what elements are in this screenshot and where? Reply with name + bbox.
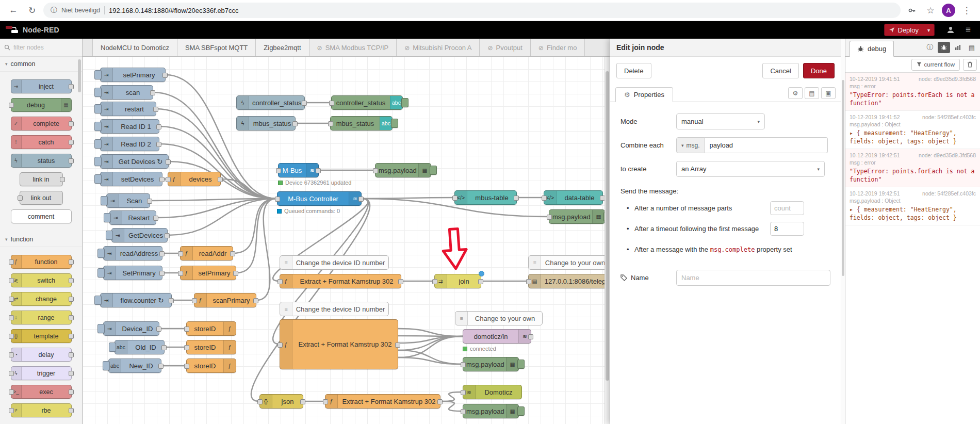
- appearance-icon[interactable]: ▣: [821, 87, 836, 99]
- port-in[interactable]: [461, 409, 466, 414]
- flow-tab-zigbee2mqtt[interactable]: Zigbee2mqtt: [255, 39, 309, 56]
- port-out[interactable]: [395, 343, 400, 348]
- inject-button[interactable]: [94, 122, 102, 131]
- flow-node-read-id-1[interactable]: ⇥Read ID 1: [100, 119, 159, 134]
- port-out[interactable]: [233, 271, 238, 276]
- palette-node-change[interactable]: ⇄change: [11, 292, 72, 306]
- port-in[interactable]: [277, 343, 283, 348]
- bookmark-star-icon[interactable]: ☆: [923, 3, 938, 18]
- palette-node-status[interactable]: ϟstatus: [11, 154, 72, 168]
- port-in[interactable]: [373, 168, 378, 173]
- palette-node-link-in[interactable]: link in: [20, 172, 63, 186]
- palette-node-link-out[interactable]: link out: [20, 191, 63, 205]
- port-out[interactable]: [398, 279, 403, 284]
- palette-node-trigger[interactable]: ϟtrigger: [11, 366, 72, 380]
- port-out[interactable]: [156, 327, 161, 332]
- port-in[interactable]: [184, 364, 189, 369]
- port-out[interactable]: [150, 90, 155, 95]
- port-in[interactable]: [452, 195, 458, 201]
- cancel-button[interactable]: Cancel: [762, 63, 798, 78]
- timeout-input[interactable]: [770, 222, 804, 236]
- flow-tab-sma-sbfspot-mqtt[interactable]: SMA SBFspot MQTT: [177, 39, 256, 56]
- flow-node-read-id-2[interactable]: ⇥Read ID 2: [100, 137, 159, 151]
- inject-button[interactable]: [101, 196, 108, 205]
- palette-search[interactable]: [0, 39, 82, 57]
- debug-message[interactable]: 10-12-2019 19:42:51node: d9ed35d9.3fd568…: [845, 149, 980, 187]
- msg-type-button[interactable]: ▾ msg.: [676, 137, 705, 153]
- debug-message[interactable]: 10-12-2019 19:42:51node: 54f285ef.c403fc…: [845, 187, 980, 225]
- flow-node-setdevices[interactable]: ⇥setDevices: [100, 172, 162, 186]
- clear-debug-button[interactable]: [963, 59, 977, 71]
- inject-button[interactable]: [94, 139, 102, 149]
- port-in[interactable]: [257, 399, 263, 404]
- flow-node-m-bus[interactable]: M-Bus≋: [278, 163, 319, 177]
- port-out[interactable]: [528, 334, 533, 339]
- flow-node-extract-format-kamstrup-302[interactable]: ƒExtract + Format Kamstrup 302: [325, 394, 440, 409]
- port-out[interactable]: [300, 399, 305, 404]
- flow-node-mbus-table[interactable]: </>mbus-table: [454, 190, 517, 205]
- flow-node-controller-status[interactable]: controller_statusabc: [331, 95, 403, 110]
- refresh-icon[interactable]: ↻: [25, 3, 39, 18]
- palette-search-input[interactable]: [13, 44, 70, 51]
- debug-toggle-button[interactable]: [517, 360, 525, 369]
- port-out[interactable]: [165, 233, 170, 238]
- flow-node-restart[interactable]: ⇥restart: [100, 102, 156, 116]
- flow-node-msg-payload[interactable]: msg.payload▦: [549, 209, 605, 224]
- flow-node-extract-format-kamstrup-302[interactable]: ƒExtract + Format Kamstrup 302: [280, 274, 401, 288]
- mode-select[interactable]: manual ▾: [676, 113, 765, 129]
- port-out[interactable]: [166, 159, 171, 165]
- palette-node-inject[interactable]: ⇥inject: [11, 79, 72, 93]
- user-icon[interactable]: [944, 23, 957, 37]
- flow-node-change-to-your-own[interactable]: ≡Change to your own: [528, 255, 610, 270]
- palette-node-complete[interactable]: ✓complete: [11, 117, 72, 131]
- palette-scrollbar[interactable]: [78, 59, 81, 92]
- debug-filter-button[interactable]: current flow: [911, 59, 960, 71]
- debug-toggle-button[interactable]: [430, 166, 437, 175]
- flow-node-mbus-status[interactable]: ϟmbus_status: [236, 116, 296, 131]
- flow-node-setprimary[interactable]: ⇥setPrimary: [100, 68, 166, 82]
- flow-node-join[interactable]: ⇉join: [434, 274, 481, 288]
- count-input[interactable]: [770, 201, 804, 215]
- port-out[interactable]: [316, 168, 321, 173]
- name-input[interactable]: [676, 270, 830, 286]
- inject-button[interactable]: [94, 70, 102, 79]
- inject-button[interactable]: [109, 343, 116, 352]
- flow-node-data-table[interactable]: </>data-table: [544, 190, 603, 205]
- inject-button[interactable]: [94, 296, 102, 305]
- flow-node-127-0-0-1-8086-teleg[interactable]: ▤127.0.0.1:8086/teleg: [528, 274, 610, 288]
- port-out[interactable]: [514, 195, 519, 201]
- flow-node-devices[interactable]: ƒdevices: [168, 172, 221, 186]
- inject-button[interactable]: [94, 88, 102, 97]
- port-out[interactable]: [162, 73, 168, 78]
- flow-tab-nodemcu-to-domoticz[interactable]: NodeMCU to Domoticz: [92, 39, 177, 56]
- inject-button[interactable]: [94, 157, 102, 166]
- flow-node-m-bus-controller[interactable]: M-Bus Controller≋: [277, 191, 362, 206]
- flow-node-change-the-device-id-number[interactable]: ≡Change the device ID number: [280, 255, 389, 270]
- port-out[interactable]: [147, 199, 152, 204]
- flow-node-change-the-device-id-number[interactable]: ≡Change the device ID number: [280, 302, 389, 316]
- palette-node-delay[interactable]: ◔delay: [11, 348, 72, 362]
- palette-node-debug[interactable]: debug▦: [11, 98, 72, 112]
- flow-node-domoticz[interactable]: ≋Domoticz: [463, 385, 522, 399]
- port-out[interactable]: [218, 177, 223, 182]
- debug-tab-icon[interactable]: [938, 42, 950, 53]
- flow-node-msg-payload[interactable]: msg.payload▦: [463, 404, 519, 418]
- port-in[interactable]: [526, 279, 531, 284]
- port-in[interactable]: [542, 195, 547, 201]
- palette-node-comment[interactable]: comment: [11, 209, 72, 223]
- debug-toggle-button[interactable]: [401, 98, 409, 107]
- port-out[interactable]: [156, 124, 161, 129]
- flow-node-domoticz-in[interactable]: domoticz/in≋: [463, 329, 531, 344]
- palette-node-range[interactable]: ↕range: [11, 311, 72, 324]
- port-in[interactable]: [461, 390, 466, 395]
- port-out[interactable]: [358, 197, 364, 202]
- tab-debug[interactable]: debug: [850, 41, 894, 57]
- port-out[interactable]: [302, 101, 307, 106]
- port-in[interactable]: [184, 327, 189, 332]
- port-out[interactable]: [153, 107, 158, 112]
- canvas-scrollbar[interactable]: [605, 57, 610, 424]
- flow-node-extract-format-kamstrup-302[interactable]: ƒExtract + Format Kamstrup 302: [280, 319, 398, 369]
- port-out[interactable]: [159, 271, 165, 276]
- flow-node-flow-counter[interactable]: ⇥flow.counter ↻: [100, 293, 172, 307]
- palette-node-function[interactable]: ƒfunction: [11, 255, 72, 269]
